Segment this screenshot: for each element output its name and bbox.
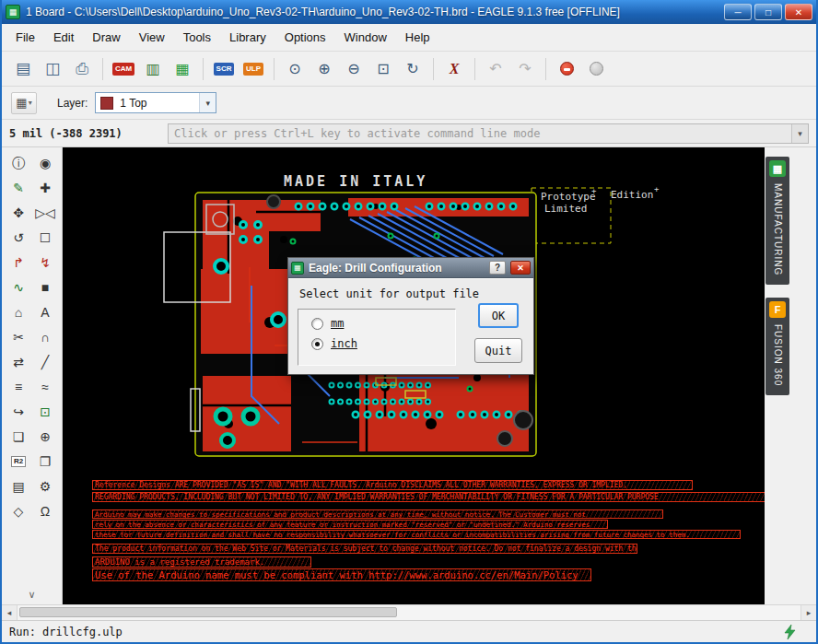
- tool-mirror[interactable]: ▷◁: [32, 200, 59, 225]
- close-button[interactable]: ✕: [785, 4, 812, 20]
- rect-icon: ■: [41, 281, 49, 294]
- zoom-redraw-button[interactable]: ↻: [399, 56, 427, 82]
- tool-label[interactable]: ◇: [6, 498, 32, 523]
- undo-button[interactable]: ↶: [482, 56, 509, 82]
- tool-change[interactable]: ✎: [6, 175, 32, 200]
- tool-mark[interactable]: ✚: [32, 175, 59, 200]
- tool-polygon[interactable]: ⌂: [6, 299, 32, 324]
- zoom-select-button[interactable]: ⊡: [369, 56, 397, 82]
- tool-ratsnest[interactable]: ≡: [6, 374, 32, 399]
- open-button[interactable]: ▤: [9, 56, 37, 82]
- tool-hole[interactable]: ⊕: [32, 424, 59, 449]
- tab-fusion-360[interactable]: F FUSION 360: [765, 298, 789, 395]
- tool-pinswap[interactable]: ⇄: [6, 349, 32, 374]
- pencil-icon: ✎: [13, 181, 24, 194]
- tool-display[interactable]: ◉: [32, 150, 59, 175]
- side-tab-strip: ▦ MANUFACTURING F FUSION 360: [765, 147, 790, 604]
- scroll-left-arrow-icon[interactable]: ◂: [2, 605, 18, 620]
- hole-icon: ⊕: [40, 430, 51, 443]
- menu-tools[interactable]: Tools: [175, 27, 219, 48]
- maximize-button[interactable]: □: [754, 4, 782, 20]
- menu-options[interactable]: Options: [276, 27, 334, 48]
- copy-icon: ❐: [40, 455, 52, 468]
- sync-lightning-icon[interactable]: [783, 625, 798, 639]
- chevron-down-icon[interactable]: ▾: [199, 93, 216, 112]
- radio-inch[interactable]: inch: [311, 337, 455, 350]
- tool-group[interactable]: ☐: [32, 225, 59, 250]
- radio-mm[interactable]: mm: [311, 317, 455, 330]
- dialog-title-bar[interactable]: ▦ Eagle: Drill Configuration ? ✕: [288, 258, 533, 278]
- tool-signal[interactable]: ∿: [6, 275, 32, 299]
- via-icon: ⊡: [40, 405, 51, 418]
- minimize-button[interactable]: ─: [724, 4, 752, 20]
- schematic-button[interactable]: ▥: [139, 56, 167, 82]
- zoom-out-button[interactable]: ⊖: [340, 56, 368, 82]
- tool-copy[interactable]: ❐: [32, 449, 59, 474]
- tool-smash[interactable]: ❏: [6, 424, 32, 449]
- tool-lock[interactable]: Ω: [32, 498, 59, 523]
- tool-meander[interactable]: ≈: [32, 374, 59, 399]
- ok-button[interactable]: OK: [478, 303, 519, 328]
- quit-button[interactable]: Quit: [474, 338, 522, 363]
- stop-button[interactable]: [553, 56, 580, 82]
- disclaimer-text: Reference Designs ARE PROVIDED "AS IS" A…: [92, 480, 693, 490]
- board-canvas[interactable]: MADE IN ITALY Prototype + Edition + Limi…: [63, 147, 765, 604]
- crosshair-icon: ✚: [40, 181, 51, 194]
- tool-via[interactable]: ⊡: [32, 399, 59, 424]
- tool-paste[interactable]: ▤: [6, 474, 32, 498]
- menu-window[interactable]: Window: [336, 27, 395, 48]
- tool-ripup[interactable]: ↯: [32, 250, 59, 275]
- scroll-right-arrow-icon[interactable]: ▸: [800, 605, 816, 620]
- print-button[interactable]: ⎙: [68, 56, 96, 82]
- tool-rotate[interactable]: ↺: [6, 225, 32, 250]
- tab-manufacturing[interactable]: ▦ MANUFACTURING: [765, 157, 789, 285]
- dialog-help-button[interactable]: ?: [489, 261, 506, 275]
- svg-text:Limited: Limited: [544, 203, 587, 215]
- ulp-button[interactable]: ULP: [240, 56, 267, 82]
- tool-wire[interactable]: ╱: [32, 349, 59, 374]
- radio-mm-circle-icon[interactable]: [311, 318, 323, 330]
- tool-split[interactable]: ✂: [6, 324, 32, 349]
- tool-text[interactable]: A: [32, 299, 59, 324]
- dialog-close-button[interactable]: ✕: [510, 261, 531, 275]
- tool-curve[interactable]: ↪: [6, 399, 32, 424]
- menu-library[interactable]: Library: [221, 27, 275, 48]
- disclaimer-text: these for future definition and shall ha…: [92, 530, 741, 539]
- tool-route[interactable]: ↱: [6, 250, 32, 275]
- cancel-button[interactable]: X: [440, 56, 468, 82]
- palette-more-button[interactable]: ∨: [28, 589, 35, 601]
- menu-view[interactable]: View: [131, 27, 173, 48]
- dialog-title: Eagle: Drill Configuration: [309, 262, 485, 275]
- scrollbar-thumb[interactable]: [19, 607, 397, 617]
- tool-move[interactable]: ✥: [6, 200, 32, 225]
- tool-palette: ⓘ◉ ✎✚ ✥▷◁ ↺☐ ↱↯ ∿■ ⌂A ✂∩ ⇄╱ ≡≈ ↪⊡ ❏⊕ R2❐…: [2, 147, 63, 604]
- tool-rect[interactable]: ■: [32, 275, 59, 299]
- title-bar[interactable]: ▦ 1 Board - C:\Users\Dell\Desktop\arduin…: [2, 0, 816, 24]
- tool-names[interactable]: R2: [6, 449, 32, 474]
- layer-label: Layer:: [57, 97, 88, 110]
- radio-inch-circle-icon[interactable]: [311, 338, 323, 350]
- save-button[interactable]: ◫: [39, 56, 66, 82]
- scrollbar-track[interactable]: [18, 605, 800, 620]
- scr-button[interactable]: SCR: [210, 56, 238, 82]
- layer-color-swatch: [100, 97, 113, 110]
- menu-file[interactable]: File: [7, 27, 43, 48]
- menu-help[interactable]: Help: [397, 27, 438, 48]
- main-toolbar: ▤ ◫ ⎙ CAM ▥ ▦ SCR ULP ⊙ ⊕ ⊖ ⊡ ↻ X ↶ ↷: [2, 52, 816, 87]
- command-line-input[interactable]: [169, 124, 791, 143]
- menu-edit[interactable]: Edit: [45, 27, 82, 48]
- zoom-in-button[interactable]: ⊕: [310, 56, 338, 82]
- status-text: Run: drillcfg.ulp: [9, 626, 783, 638]
- grid-button[interactable]: ▦ ▾: [11, 92, 37, 114]
- cam-button[interactable]: CAM: [110, 56, 137, 82]
- layer-select[interactable]: 1 Top ▾: [95, 92, 216, 113]
- zoom-fit-button[interactable]: ⊙: [281, 56, 309, 82]
- menu-draw[interactable]: Draw: [84, 27, 128, 48]
- tool-info[interactable]: ⓘ: [6, 150, 32, 175]
- tool-miter[interactable]: ∩: [32, 324, 59, 349]
- command-history-dropdown[interactable]: ▾: [791, 124, 808, 143]
- board-button[interactable]: ▦: [169, 56, 196, 82]
- redo-button[interactable]: ↷: [511, 56, 539, 82]
- tool-drc[interactable]: ⚙: [32, 474, 59, 498]
- horizontal-scrollbar[interactable]: ◂ ▸: [2, 604, 816, 620]
